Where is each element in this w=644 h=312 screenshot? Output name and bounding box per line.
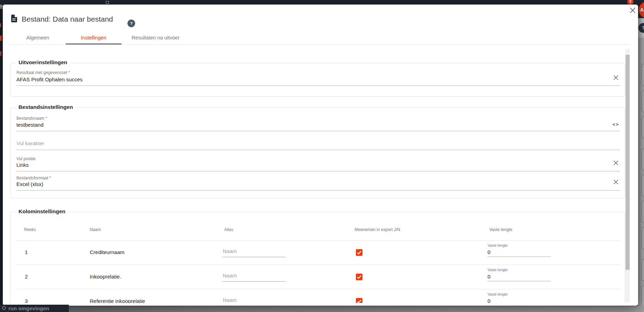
field-label: Resultaat met gegevensset * (16, 70, 70, 75)
tabs-divider (10, 44, 630, 45)
environment-icon (2, 306, 6, 310)
column-header-naam: Naam (90, 227, 101, 232)
alias-input[interactable] (222, 245, 286, 257)
section-bestandsinstellingen: Bestandsinstellingen Bestandsnaam * <> V… (10, 107, 625, 198)
vul-karakter-input[interactable] (16, 140, 620, 150)
export-checkbox[interactable] (356, 298, 363, 303)
screen: 0 AF ? run omgevingen (0, 0, 644, 312)
tab-resultaten-na-uitvoer[interactable]: Resultaten na uitvoer (122, 31, 190, 45)
background-accent-sliver (0, 51, 1, 56)
scrollbar-thumb[interactable] (625, 55, 630, 270)
section-legend: Kolominstellingen (16, 208, 68, 215)
vaste-lengte-input[interactable] (488, 272, 551, 281)
dialog-data-naar-bestand: Bestand: Data naar bestand ? Algemeen In… (3, 5, 638, 306)
cell-naam: Referentie inkooprelatie (90, 298, 145, 303)
column-header-alias: Alias (224, 227, 233, 232)
avatar-initials: AF (640, 7, 644, 13)
background-accent-sliver (0, 23, 1, 27)
cell-reeks: 2 (25, 274, 28, 280)
section-legend: Bestandsinstellingen (16, 104, 76, 110)
column-header-export: Meenemen in export J/N (354, 227, 400, 232)
field-label: Bestandsformaat * (16, 176, 51, 180)
modal-shadow-overlay (638, 5, 644, 306)
vaste-lengte-input[interactable] (488, 247, 551, 257)
dialog-title: Bestand: Data naar bestand (22, 15, 113, 23)
cell-naam: Crediteurnaam (90, 249, 124, 255)
close-icon[interactable] (628, 6, 637, 15)
vaste-lengte-input[interactable] (488, 296, 551, 303)
cell-reeks: 1 (25, 249, 28, 255)
app-top-bar (0, 0, 644, 5)
vul-positie-input[interactable] (16, 162, 620, 171)
page-left-edge (0, 5, 3, 312)
field-label: Vul positie (16, 156, 36, 161)
vaste-lengte-label: Vaste lengte (488, 243, 508, 247)
table-row: 3 Referentie inkooprelatie Vaste lengte (16, 289, 621, 303)
clear-icon[interactable] (612, 179, 620, 186)
column-header-vaste-lengte: Vaste lengte (489, 227, 512, 232)
clear-icon[interactable] (612, 74, 620, 82)
title-help-button[interactable]: ? (127, 20, 135, 27)
export-checkbox[interactable] (356, 274, 363, 280)
background-accent-sliver (0, 36, 2, 41)
table-row: 2 Inkooprelatie. Vaste lengte (16, 265, 621, 289)
resultaat-gegevensset-input[interactable] (16, 76, 620, 86)
menu-icon (0, 8, 2, 8)
bestandsformaat-input[interactable] (16, 181, 620, 191)
page-right-edge: ? (638, 5, 644, 306)
vaste-lengte-label: Vaste lengte (488, 268, 508, 272)
status-tooltip: run omgevingen (0, 305, 69, 312)
menu-icon (0, 5, 2, 6)
table-row: 1 Crediteurnaam Vaste lengte (16, 240, 621, 265)
column-header-reeks: Reeks (24, 227, 36, 232)
tab-instellingen[interactable]: Instellingen (66, 31, 122, 45)
tab-algemeen[interactable]: Algemeen (10, 31, 66, 45)
cell-reeks: 3 (25, 298, 28, 303)
cell-naam: Inkooprelatie. (90, 274, 121, 280)
export-checkbox[interactable] (356, 249, 363, 256)
clear-icon[interactable] (612, 159, 620, 167)
alias-input[interactable] (222, 294, 286, 303)
code-icon[interactable]: <> (613, 122, 619, 127)
section-kolominstellingen: Kolominstellingen Reeks Naam Alias Meene… (10, 212, 625, 303)
field-label: Bestandsnaam * (16, 116, 47, 121)
section-legend: Uitvoerinstellingen (16, 59, 70, 66)
dialog-body: Uitvoerinstellingen Resultaat met gegeve… (3, 45, 638, 303)
alias-input[interactable] (222, 270, 286, 282)
bestandsnaam-input[interactable] (16, 121, 620, 131)
status-text: run omgevingen (8, 305, 49, 311)
menu-icon (0, 6, 2, 7)
taskbar (0, 306, 644, 312)
file-icon (11, 15, 17, 22)
vaste-lengte-label: Vaste lengte (488, 292, 508, 296)
section-uitvoerinstellingen: Uitvoerinstellingen Resultaat met gegeve… (10, 63, 625, 97)
window-icon (106, 1, 109, 4)
